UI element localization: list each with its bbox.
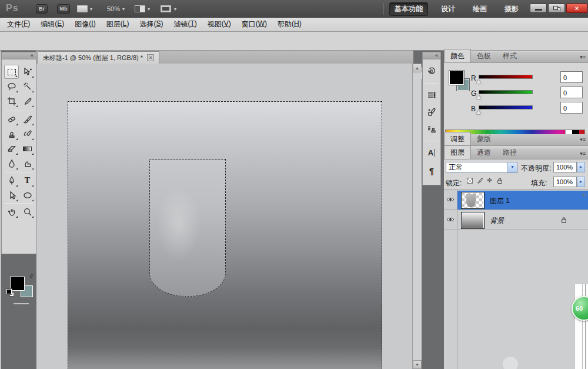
lock-pixels-button[interactable] <box>475 176 484 185</box>
visibility-eye-icon[interactable] <box>446 217 455 222</box>
green-value-input[interactable] <box>560 87 583 98</box>
restore-button[interactable] <box>548 4 565 13</box>
dock-collapse-button[interactable]: « <box>422 52 441 59</box>
tab-color[interactable]: 颜色 <box>444 49 471 62</box>
character-panel-button[interactable]: A <box>423 145 440 159</box>
green-slider-thumb[interactable] <box>476 95 481 99</box>
workspace-design-button[interactable]: 设计 <box>436 3 460 15</box>
clone-source-panel-button[interactable] <box>423 122 440 136</box>
minimize-button[interactable] <box>530 4 547 13</box>
launch-bridge-button[interactable]: Br <box>36 4 48 14</box>
tab-adjustments[interactable]: 调整 <box>444 132 471 145</box>
arrange-documents-icon[interactable] <box>135 5 145 12</box>
type-tool[interactable]: T <box>20 174 35 188</box>
workspace-photography-button[interactable]: 摄影 <box>500 3 523 15</box>
workspace-essentials-button[interactable]: 基本功能 <box>389 2 428 16</box>
paragraph-panel-button[interactable]: ¶ <box>423 164 440 178</box>
eraser-tool[interactable] <box>4 142 19 156</box>
crop-tool[interactable] <box>4 94 19 108</box>
menu-edit[interactable]: 编辑E <box>41 19 64 29</box>
foreground-color-swatch[interactable] <box>9 276 25 291</box>
pen-tool[interactable] <box>4 174 19 188</box>
healing-brush-tool[interactable] <box>4 112 19 127</box>
red-slider-thumb[interactable] <box>476 79 481 84</box>
move-tool[interactable] <box>20 65 35 79</box>
lasso-tool[interactable] <box>4 79 19 94</box>
scroll-down-icon[interactable]: ▼ <box>413 360 422 369</box>
layer1-thumbnail[interactable] <box>461 192 485 209</box>
smudge-tool[interactable] <box>20 157 35 171</box>
blend-mode-dropdown[interactable]: 正常 ▼ <box>446 162 517 173</box>
tab-styles[interactable]: 样式 <box>497 49 523 62</box>
layer-row-layer1[interactable]: 图层 1 ▲ <box>444 191 588 210</box>
layers-panel-menu-icon[interactable]: ▾≡ <box>580 151 586 157</box>
launch-mini-bridge-button[interactable]: Mb <box>57 4 70 14</box>
arrange-documents-caret-icon[interactable]: ▾ <box>148 6 150 12</box>
layer1-name[interactable]: 图层 1 <box>490 196 510 206</box>
zoom-level-value[interactable]: 50% <box>107 5 120 12</box>
background-name[interactable]: 背景 <box>490 216 504 226</box>
pasteboard[interactable] <box>36 64 412 369</box>
magic-wand-tool[interactable] <box>20 79 35 94</box>
tab-paths[interactable]: 路径 <box>497 146 523 159</box>
scroll-up-icon[interactable]: ▲ <box>413 64 422 72</box>
color-panel-menu-icon[interactable]: ▾≡ <box>580 54 586 60</box>
toolbar-collapse-button[interactable]: « <box>1 52 36 59</box>
menu-file[interactable]: 文件F <box>7 19 30 29</box>
lock-position-button[interactable]: ✛ <box>485 176 494 185</box>
document-close-icon[interactable]: × <box>147 54 154 61</box>
blue-value-input[interactable] <box>560 102 583 114</box>
close-button[interactable]: × <box>566 4 587 13</box>
tab-swatches[interactable]: 色板 <box>471 49 497 62</box>
opacity-value[interactable]: 100% <box>553 162 577 172</box>
tab-layers[interactable]: 图层 <box>444 145 471 159</box>
blue-slider[interactable] <box>479 105 533 109</box>
brush-tool[interactable] <box>20 112 35 127</box>
menu-select[interactable]: 选择S <box>139 19 163 29</box>
menu-filter[interactable]: 滤镜T <box>173 19 196 29</box>
lock-all-button[interactable] <box>495 176 504 185</box>
menu-layer[interactable]: 图层L <box>106 19 129 29</box>
color-foreground-swatch[interactable] <box>449 70 465 85</box>
menu-window[interactable]: 窗口W <box>242 19 267 29</box>
workspace-painting-button[interactable]: 绘画 <box>468 3 492 15</box>
lock-transparency-button[interactable] <box>465 176 474 185</box>
fill-value[interactable]: 100% <box>553 177 577 187</box>
ellipse-shape-tool[interactable] <box>20 188 35 202</box>
blur-tool[interactable] <box>4 157 19 171</box>
menu-help[interactable]: 帮助H <box>278 19 302 29</box>
path-selection-tool[interactable] <box>4 188 19 202</box>
layer-row-background[interactable]: 背景 <box>444 211 588 230</box>
zoom-tool[interactable] <box>20 205 35 219</box>
fill-slider-arrow-icon[interactable]: ► <box>577 177 585 187</box>
history-brush-tool[interactable] <box>20 127 35 141</box>
opacity-slider-arrow-icon[interactable]: ► <box>577 162 585 172</box>
layers-scroll-up-icon[interactable]: ▲ <box>582 192 586 197</box>
default-colors-icon[interactable] <box>6 289 12 294</box>
screen-mode-caret-icon[interactable]: ▾ <box>174 6 176 12</box>
eyedropper-tool[interactable] <box>20 94 35 108</box>
brushes-panel-button[interactable] <box>423 105 440 119</box>
menu-view[interactable]: 视图V <box>208 19 231 29</box>
green-slider[interactable] <box>479 90 533 94</box>
red-value-input[interactable] <box>560 71 583 83</box>
vertical-scrollbar[interactable]: ▲ ▼ <box>412 64 422 369</box>
screen-mode-icon[interactable] <box>161 5 171 12</box>
history-panel-button[interactable] <box>423 64 440 78</box>
tab-masks[interactable]: 蒙版 <box>471 132 497 145</box>
blue-slider-thumb[interactable] <box>476 110 481 114</box>
clone-stamp-tool[interactable] <box>4 127 19 141</box>
visibility-eye-icon[interactable] <box>446 197 455 202</box>
rectangular-marquee-tool[interactable] <box>4 65 19 79</box>
hand-tool[interactable] <box>4 205 19 219</box>
tab-channels[interactable]: 通道 <box>471 146 497 159</box>
background-thumbnail[interactable] <box>461 212 485 229</box>
adjustments-panel-menu-icon[interactable]: ▾≡ <box>580 137 586 142</box>
gradient-tool[interactable] <box>20 142 35 156</box>
view-extras-caret-icon[interactable]: ▾ <box>90 6 92 12</box>
brush-presets-panel-button[interactable] <box>423 88 440 102</box>
document-tab[interactable]: 未标题-1 @ 50% (图层 1, RGB/8) * × <box>38 51 159 64</box>
view-extras-icon[interactable] <box>77 5 88 12</box>
menu-image[interactable]: 图像I <box>75 19 95 29</box>
swap-colors-icon[interactable]: ⇄ <box>27 272 35 280</box>
